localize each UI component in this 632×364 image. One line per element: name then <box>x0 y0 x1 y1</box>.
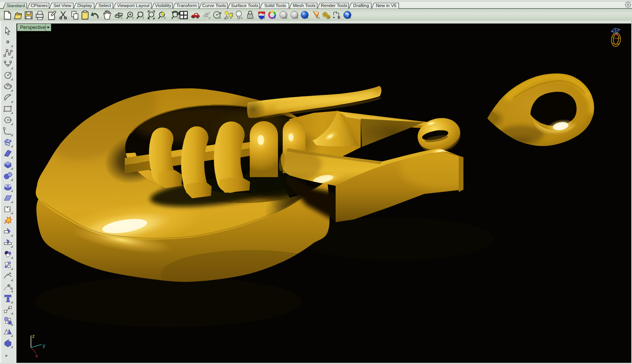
svg-text:y: y <box>43 342 45 348</box>
svg-text:x: x <box>35 353 38 359</box>
svg-text:»: » <box>5 353 7 358</box>
svg-text:z: z <box>32 333 35 339</box>
svg-text:?: ? <box>346 12 349 18</box>
